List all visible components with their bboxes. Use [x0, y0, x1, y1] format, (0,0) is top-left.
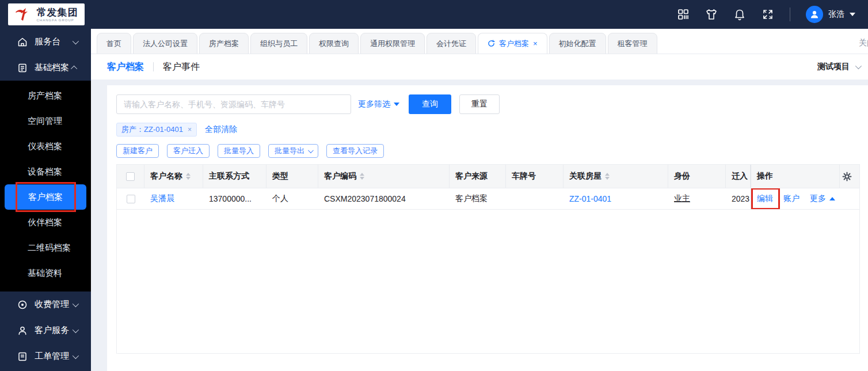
- column-label: 主联系方式: [209, 171, 249, 181]
- filter-tag-property: 房产：ZZ-01-0401 ×: [116, 123, 197, 137]
- chevron-down-icon: [73, 300, 79, 306]
- more-link[interactable]: 更多: [810, 194, 835, 204]
- sub-item-label: 仪表档案: [28, 141, 62, 152]
- content-area: 更多筛选 查询 重置 房产：ZZ-01-0401 × 全部清除: [91, 80, 868, 371]
- apps-grid-icon[interactable]: [677, 8, 690, 21]
- sidebar-item-meter-archives[interactable]: 仪表档案: [0, 134, 91, 159]
- filter-row: 房产：ZZ-01-0401 × 全部清除: [116, 123, 860, 137]
- batch-import-button[interactable]: 批量导入: [218, 144, 260, 158]
- caret-down-icon: [394, 103, 399, 106]
- tab-strip: 首页 法人公司设置 房产档案 组织与员工 权限查询 通用权限管理 会计凭证 客户…: [91, 29, 868, 54]
- close-tabs-button[interactable]: 关闭: [859, 38, 868, 48]
- tab-home[interactable]: 首页: [97, 33, 131, 54]
- archive-icon: [17, 63, 28, 73]
- sub-item-label: 二维码档案: [28, 243, 71, 253]
- more-filters-button[interactable]: 更多筛选: [358, 99, 399, 109]
- fullscreen-icon[interactable]: [762, 8, 774, 21]
- house-link[interactable]: ZZ-01-0401: [569, 194, 611, 203]
- batch-export-button[interactable]: 批量导出: [268, 144, 318, 158]
- user-menu[interactable]: 张浩: [806, 6, 855, 23]
- tab-tenant-management[interactable]: 租客管理: [608, 33, 657, 54]
- sidebar-item-basic-archives[interactable]: 基础档案: [0, 55, 91, 81]
- sub-item-label: 客户档案: [28, 192, 63, 203]
- view-import-records-button[interactable]: 查看导入记录: [326, 144, 384, 158]
- customer-movein-button[interactable]: 客户迁入: [167, 144, 210, 158]
- select-all-checkbox[interactable]: [126, 172, 135, 181]
- tab-general-permission[interactable]: 通用权限管理: [360, 33, 425, 54]
- company-logo: 常发集团 CHANGFA GROUP: [8, 3, 85, 25]
- sidebar-item-customer-service[interactable]: 客户服务: [0, 317, 91, 343]
- search-input[interactable]: [116, 94, 351, 114]
- col-movein: 迁入: [726, 165, 751, 188]
- row-select-cell: [117, 188, 144, 209]
- filter-tag-label: 房产：ZZ-01-0401: [121, 124, 183, 135]
- sidebar-item-label: 工单管理: [35, 351, 69, 362]
- account-link[interactable]: 账户: [783, 194, 800, 204]
- table-header: 客户名称 主联系方式 类型 客户编码 客户来源 车牌号: [117, 165, 859, 188]
- sidebar-item-property-archives[interactable]: 房产档案: [0, 83, 91, 108]
- theme-shirt-icon[interactable]: [705, 8, 718, 21]
- edit-link[interactable]: 编辑: [757, 194, 773, 204]
- page-header: 客户档案 客户事件 测试项目: [91, 54, 868, 80]
- sort-icon[interactable]: [360, 173, 364, 180]
- gear-icon[interactable]: [842, 172, 852, 181]
- tab-init-config[interactable]: 初始化配置: [549, 33, 606, 54]
- project-selector[interactable]: 测试项目: [817, 62, 860, 72]
- tab-label: 法人公司设置: [143, 39, 188, 49]
- tab-customer-archives[interactable]: 客户档案 ×: [478, 33, 547, 54]
- page-tab-customer-events[interactable]: 客户事件: [163, 61, 200, 73]
- search-toolbar: 更多筛选 查询 重置: [116, 94, 860, 114]
- tab-org-employees[interactable]: 组织与员工: [250, 33, 307, 54]
- button-label: 新建客户: [123, 146, 153, 156]
- sub-item-label: 基础资料: [28, 268, 62, 279]
- sort-icon[interactable]: [605, 173, 610, 180]
- sidebar-item-workorder-management[interactable]: 工单管理: [0, 343, 91, 369]
- query-button[interactable]: 查询: [409, 94, 451, 114]
- sidebar-item-label: 服务台: [35, 36, 60, 47]
- chevron-down-icon: [73, 326, 79, 332]
- sidebar-item-fee-management[interactable]: 收费管理: [0, 292, 91, 317]
- row-checkbox[interactable]: [127, 195, 135, 203]
- clear-all-link[interactable]: 全部清除: [205, 124, 237, 135]
- sidebar-item-device-archives[interactable]: 设备档案: [0, 159, 91, 184]
- home-icon: [17, 37, 28, 47]
- col-customer-name[interactable]: 客户名称: [144, 165, 203, 188]
- sidebar-item-space-management[interactable]: 空间管理: [0, 108, 91, 134]
- table-empty-area: [117, 210, 859, 354]
- tab-label: 权限查询: [319, 39, 349, 49]
- customer-table: 客户名称 主联系方式 类型 客户编码 客户来源 车牌号: [116, 164, 860, 354]
- logo-title: 常发集团: [37, 7, 78, 17]
- tab-legal-company-setup[interactable]: 法人公司设置: [133, 33, 197, 54]
- sidebar-item-label: 收费管理: [35, 299, 69, 310]
- sidebar-item-service-desk[interactable]: 服务台: [0, 29, 91, 55]
- tab-label: 通用权限管理: [370, 39, 415, 49]
- user-name: 张浩: [828, 9, 844, 20]
- bell-icon[interactable]: [733, 8, 746, 21]
- tab-property-archives[interactable]: 房产档案: [199, 33, 249, 54]
- sidebar-item-customer-archives[interactable]: 客户档案: [5, 184, 86, 210]
- page-tab-customer-archives[interactable]: 客户档案: [107, 61, 144, 73]
- code-cell: CSXM2023071800024: [318, 188, 450, 209]
- sort-icon[interactable]: [186, 173, 191, 180]
- column-label: 操作: [757, 171, 773, 181]
- target-icon: [17, 300, 28, 310]
- tab-close-icon[interactable]: ×: [533, 39, 538, 48]
- tab-permission-query[interactable]: 权限查询: [309, 33, 359, 54]
- col-linked-house[interactable]: 关联房屋: [564, 165, 668, 188]
- button-label: 客户迁入: [173, 146, 203, 156]
- refresh-icon[interactable]: [488, 40, 495, 47]
- sub-item-label: 伙伴档案: [28, 217, 62, 228]
- col-type: 类型: [267, 165, 318, 188]
- col-customer-code[interactable]: 客户编码: [318, 165, 450, 188]
- sidebar-item-partner-archives[interactable]: 伙伴档案: [0, 210, 91, 235]
- customer-name-link[interactable]: 吴潘晨: [150, 194, 174, 204]
- reset-button[interactable]: 重置: [459, 94, 500, 114]
- sidebar-item-basic-data[interactable]: 基础资料: [0, 260, 91, 286]
- tab-accounting-voucher[interactable]: 会计凭证: [427, 33, 476, 54]
- tab-label: 客户档案: [499, 39, 529, 49]
- tab-label: 初始化配置: [559, 39, 596, 49]
- source-cell: 客户档案: [450, 188, 506, 209]
- tag-close-icon[interactable]: ×: [188, 126, 192, 134]
- new-customer-button[interactable]: 新建客户: [116, 144, 159, 158]
- sidebar-item-qrcode-archives[interactable]: 二维码档案: [0, 235, 91, 260]
